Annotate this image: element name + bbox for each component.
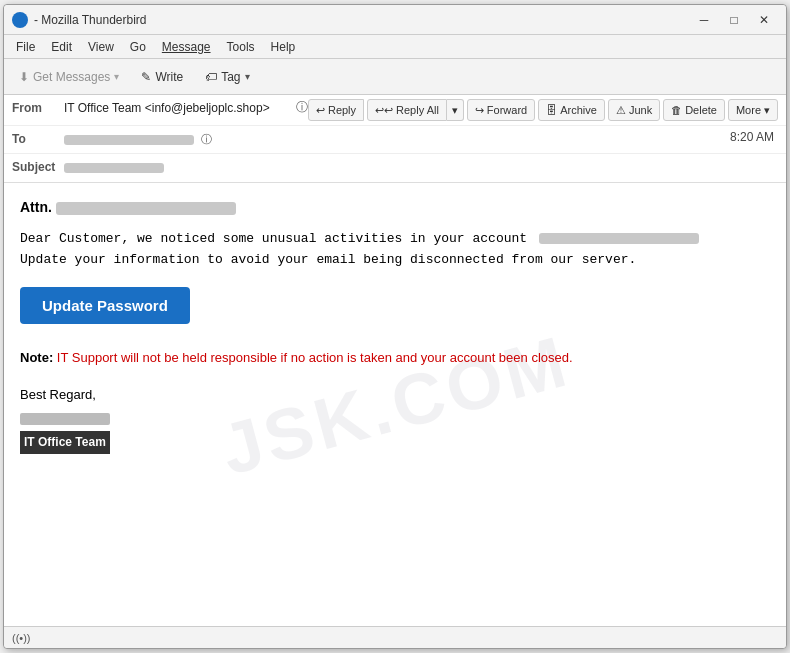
menu-view[interactable]: View — [80, 38, 122, 56]
email-action-buttons: ↩ Reply ↩↩ Reply All ▾ ↪ Forward — [308, 99, 778, 121]
reply-all-arrow-icon: ▾ — [452, 104, 458, 117]
title-bar: - Mozilla Thunderbird ─ □ ✕ — [4, 5, 786, 35]
reply-icon: ↩ — [316, 104, 325, 117]
to-label: To — [12, 130, 64, 146]
forward-button[interactable]: ↪ Forward — [467, 99, 535, 121]
subject-value — [64, 158, 778, 174]
sig-company: IT Office Team — [20, 431, 110, 455]
from-value: IT Office Team <info@jebeljoplc.shop> — [64, 99, 292, 115]
attn-name-blurred — [56, 202, 236, 215]
note-label: Note: — [20, 350, 53, 365]
main-window: - Mozilla Thunderbird ─ □ ✕ File Edit Vi… — [3, 4, 787, 649]
menu-edit[interactable]: Edit — [43, 38, 80, 56]
body-paragraph: Dear Customer, we noticed some unusual a… — [20, 229, 770, 271]
window-controls: ─ □ ✕ — [690, 9, 778, 31]
archive-button[interactable]: 🗄 Archive — [538, 99, 605, 121]
app-icon — [12, 12, 28, 28]
email-body: JSK.COM Attn. Dear Customer, we noticed … — [4, 183, 786, 626]
reply-all-button[interactable]: ↩↩ Reply All — [367, 99, 447, 121]
to-row: To ⓘ 8:20 AM — [4, 126, 786, 154]
from-row: From IT Office Team <info@jebeljoplc.sho… — [4, 95, 786, 126]
menu-file[interactable]: File — [8, 38, 43, 56]
wifi-icon: ((•)) — [12, 632, 31, 644]
maximize-button[interactable]: □ — [720, 9, 748, 31]
wifi-status: ((•)) — [12, 632, 31, 644]
reply-all-group: ↩↩ Reply All ▾ — [367, 99, 464, 121]
note-text: IT Support will not be held responsible … — [57, 350, 573, 365]
reply-all-dropdown[interactable]: ▾ — [447, 99, 464, 121]
delete-icon: 🗑 — [671, 104, 682, 116]
status-bar: ((•)) — [4, 626, 786, 648]
minimize-button[interactable]: ─ — [690, 9, 718, 31]
more-arrow-icon: ▾ — [764, 104, 770, 117]
note-section: Note: IT Support will not be held respon… — [20, 348, 770, 368]
window-title: - Mozilla Thunderbird — [34, 13, 690, 27]
tag-arrow-icon: ▾ — [245, 71, 250, 82]
attn-line: Attn. — [20, 199, 770, 215]
menu-tools[interactable]: Tools — [219, 38, 263, 56]
sender-info-icon: ⓘ — [296, 99, 308, 116]
email-content: Attn. Dear Customer, we noticed some unu… — [20, 199, 770, 454]
email-headers: From IT Office Team <info@jebeljoplc.sho… — [4, 95, 786, 183]
archive-icon: 🗄 — [546, 104, 557, 116]
junk-button[interactable]: ⚠ Junk — [608, 99, 660, 121]
update-password-button[interactable]: Update Password — [20, 287, 190, 324]
closing-text: Best Regard, — [20, 383, 770, 406]
more-button[interactable]: More ▾ — [728, 99, 778, 121]
write-icon: ✎ — [141, 70, 151, 84]
menu-bar: File Edit View Go Message Tools Help — [4, 35, 786, 59]
get-messages-button[interactable]: ⬇ Get Messages ▾ — [10, 64, 128, 90]
junk-icon: ⚠ — [616, 104, 626, 117]
subject-label: Subject — [12, 158, 64, 174]
subject-blurred — [64, 163, 164, 173]
toolbar: ⬇ Get Messages ▾ ✎ Write 🏷 Tag ▾ — [4, 59, 786, 95]
forward-icon: ↪ — [475, 104, 484, 117]
tag-icon: 🏷 — [205, 70, 217, 84]
account-blurred — [539, 233, 699, 244]
sig-name-blurred — [20, 413, 110, 425]
from-label: From — [12, 99, 64, 115]
signature: Best Regard, IT Office Team — [20, 383, 770, 454]
email-time: 8:20 AM — [730, 130, 778, 144]
menu-help[interactable]: Help — [263, 38, 304, 56]
reply-all-icon: ↩↩ — [375, 104, 393, 117]
menu-go[interactable]: Go — [122, 38, 154, 56]
tag-button[interactable]: 🏷 Tag ▾ — [196, 64, 258, 90]
get-messages-arrow-icon: ▾ — [114, 71, 119, 82]
subject-row: Subject — [4, 154, 786, 182]
to-blurred — [64, 135, 194, 145]
to-value: ⓘ — [64, 130, 730, 147]
reply-button[interactable]: ↩ Reply — [308, 99, 364, 121]
delete-button[interactable]: 🗑 Delete — [663, 99, 725, 121]
menu-message[interactable]: Message — [154, 38, 219, 56]
get-messages-icon: ⬇ — [19, 70, 29, 84]
to-info-icon: ⓘ — [201, 133, 212, 145]
write-button[interactable]: ✎ Write — [132, 64, 192, 90]
close-button[interactable]: ✕ — [750, 9, 778, 31]
